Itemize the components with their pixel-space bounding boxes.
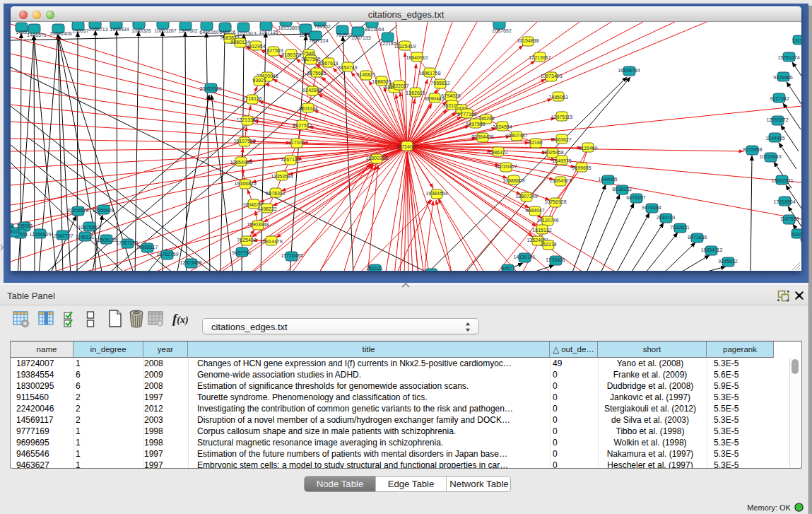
svg-text:15720407: 15720407 [495,164,517,169]
svg-text:8813054: 8813054 [365,27,384,32]
svg-text:10654112: 10654112 [701,247,723,252]
svg-text:1071913: 1071913 [237,31,256,36]
svg-text:10756928: 10756928 [544,199,566,204]
svg-text:335061: 335061 [16,223,33,228]
svg-text:14136141: 14136141 [513,255,535,259]
svg-text:94577: 94577 [501,266,515,271]
svg-text:7955812: 7955812 [430,81,449,86]
svg-text:1405571: 1405571 [27,33,46,37]
svg-text:16914479: 16914479 [260,239,282,244]
svg-text:3875685: 3875685 [307,71,326,76]
svg-text:1362615: 1362615 [406,90,425,95]
svg-text:7857224: 7857224 [309,38,328,43]
svg-text:18807249: 18807249 [515,194,537,199]
svg-text:12923468: 12923468 [180,260,201,265]
svg-text:15716485: 15716485 [281,253,302,258]
svg-text:9327505: 9327505 [301,57,320,62]
svg-text:8322037: 8322037 [389,83,408,88]
svg-text:16648784: 16648784 [618,68,640,73]
svg-text:10154838: 10154838 [517,38,539,43]
svg-text:14120746: 14120746 [536,218,558,223]
svg-text:15692971: 15692971 [771,178,793,183]
svg-text:7485063: 7485063 [548,95,567,100]
svg-text:9310: 9310 [11,229,18,234]
svg-text:117006: 117006 [289,140,305,145]
svg-text:11171: 11171 [792,38,801,43]
svg-text:8215958: 8215958 [743,147,762,152]
svg-text:8186328: 8186328 [281,52,300,57]
svg-text:2055713: 2055713 [88,27,107,32]
svg-text:9227342: 9227342 [770,96,789,101]
svg-text:16961758: 16961758 [418,71,440,76]
svg-text:3267130: 3267130 [281,157,300,162]
svg-text:3912954: 3912954 [246,44,265,49]
svg-text:6794028: 6794028 [441,93,460,98]
svg-text:9146821: 9146821 [356,72,375,77]
svg-text:20053346: 20053346 [199,86,221,91]
svg-text:9463627: 9463627 [552,137,571,142]
svg-text:10853267: 10853267 [154,28,176,33]
svg-text:9684047: 9684047 [525,208,544,213]
svg-text:10975857: 10975857 [78,225,100,230]
svg-text:1888520: 1888520 [372,79,391,84]
svg-text:12213389: 12213389 [236,117,258,122]
svg-text:9242848: 9242848 [302,88,322,93]
svg-text:12213967: 12213967 [529,55,551,60]
svg-text:1849575: 1849575 [552,158,571,163]
svg-text:1167533: 1167533 [780,216,799,221]
svg-text:1644095: 1644095 [598,177,617,182]
svg-text:8938923: 8938923 [612,187,631,192]
svg-text:19166825: 19166825 [234,181,256,186]
svg-text:10973403: 10973403 [540,74,562,78]
svg-text:1067133: 1067133 [351,35,370,40]
svg-text:8454749: 8454749 [338,65,357,70]
svg-text:15903948: 15903948 [247,222,269,227]
svg-text:8427512: 8427512 [293,123,312,128]
svg-text:16107553: 16107553 [233,139,255,144]
svg-text:6497568: 6497568 [466,122,485,127]
svg-text:5878312: 5878312 [266,191,285,196]
svg-text:13654923: 13654923 [549,178,571,183]
svg-text:1244415: 1244415 [765,136,784,141]
svg-text:2986372: 2986372 [488,150,507,155]
svg-text:10807487: 10807487 [505,133,527,138]
svg-text:7625402: 7625402 [237,238,256,243]
svg-text:82160: 82160 [529,140,543,145]
svg-text:6466160: 6466160 [199,30,218,35]
svg-text:16782759: 16782759 [156,252,178,257]
svg-text:17016504: 17016504 [773,199,795,204]
svg-text:12093872: 12093872 [766,117,788,122]
svg-text:9329966: 9329966 [773,75,792,80]
svg-text:10654985: 10654985 [230,160,252,165]
svg-text:9699695: 9699695 [572,165,591,170]
svg-text:12342737: 12342737 [51,233,73,238]
svg-text:9474444: 9474444 [642,205,661,210]
svg-text:3024554: 3024554 [493,124,512,129]
svg-text:17559928: 17559928 [92,208,114,213]
svg-text:162312: 162312 [423,270,439,271]
svg-text:16033809: 16033809 [278,25,300,30]
svg-text:1615132: 1615132 [532,228,551,233]
svg-text:12505135: 12505135 [95,238,117,243]
svg-text:9777169: 9777169 [457,112,476,117]
svg-text:253121: 253121 [366,266,382,271]
svg-text:1145131: 1145131 [76,235,95,240]
svg-text:1085326: 1085326 [131,28,151,33]
svg-text:6479197: 6479197 [626,195,645,200]
svg-text:93921: 93921 [252,78,266,83]
svg-text:20691406: 20691406 [49,31,71,36]
svg-text:20364436: 20364436 [471,134,493,139]
svg-text:751552: 751552 [314,24,330,29]
svg-text:7632621: 7632621 [670,225,689,230]
svg-text:10958117: 10958117 [136,245,158,250]
svg-text:2718126: 2718126 [242,96,261,101]
svg-text:2087652: 2087652 [492,28,511,33]
svg-text:18300295: 18300295 [365,156,387,160]
svg-text:12975115: 12975115 [551,115,573,119]
svg-text:9327503: 9327503 [264,48,283,53]
svg-text:252214: 252214 [540,242,556,247]
svg-text:18724007: 18724007 [396,144,418,149]
svg-text:15751074: 15751074 [777,55,799,60]
svg-text:190557: 190557 [72,28,88,33]
svg-text:18640910: 18640910 [406,55,428,60]
